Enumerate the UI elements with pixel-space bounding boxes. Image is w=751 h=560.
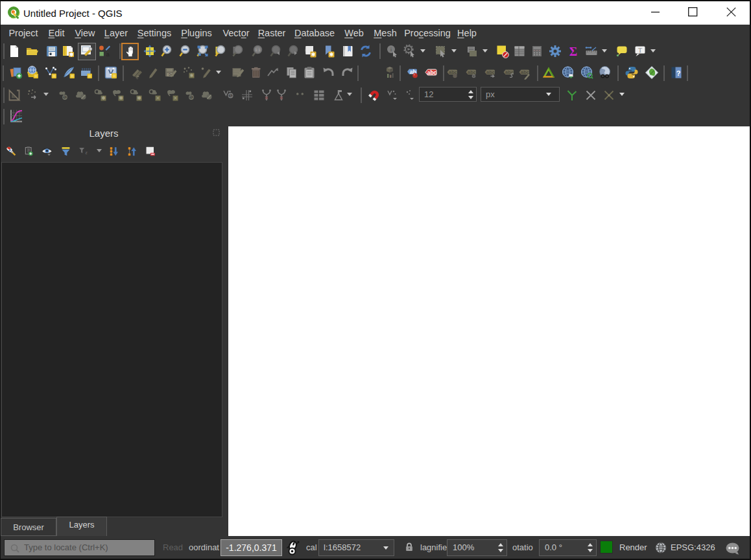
svg-text:Σ: Σ	[569, 45, 577, 58]
svg-text:✕: ✕	[173, 95, 177, 101]
svg-text:✱: ✱	[137, 95, 141, 101]
svg-text:S: S	[64, 95, 67, 100]
svg-text:✱: ✱	[101, 95, 106, 101]
svg-text:a: a	[106, 51, 110, 58]
svg-text:S: S	[190, 95, 193, 100]
svg-text:abc: abc	[427, 69, 437, 76]
svg-text:✕: ✕	[156, 95, 160, 101]
svg-text:✱: ✱	[189, 73, 193, 78]
svg-text:✱: ✱	[329, 51, 333, 58]
svg-text:?: ?	[676, 69, 681, 77]
svg-text:abc: abc	[521, 69, 529, 75]
svg-text:S: S	[229, 93, 232, 98]
svg-text:abc: abc	[468, 69, 476, 75]
svg-text:abc: abc	[505, 69, 514, 75]
svg-text:ε: ε	[86, 150, 88, 156]
svg-text:✱: ✱	[311, 51, 315, 58]
svg-text:1:1: 1:1	[255, 48, 261, 52]
svg-text:✱: ✱	[69, 52, 74, 58]
svg-text:abc: abc	[486, 69, 495, 75]
svg-text:✱: ✱	[119, 95, 123, 101]
svg-text:T: T	[638, 47, 642, 54]
